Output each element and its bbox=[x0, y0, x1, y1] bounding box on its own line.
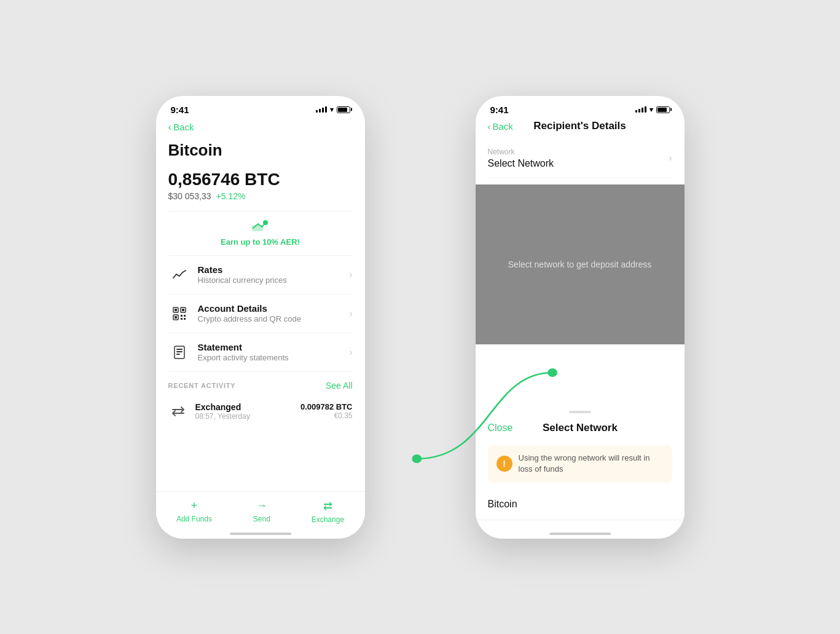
left-nav: ‹ Back bbox=[156, 119, 365, 138]
svg-rect-13 bbox=[176, 349, 183, 350]
right-status-bar: 9:41 ▾ bbox=[476, 96, 685, 119]
balance-change: +5.12% bbox=[216, 191, 246, 201]
right-time: 9:41 bbox=[490, 105, 509, 115]
wifi-icon: ▾ bbox=[330, 106, 334, 114]
right-battery-icon bbox=[656, 106, 670, 113]
network-label: Network bbox=[488, 148, 554, 156]
balance-section: 0,856746 BTC $30 053,33 +5.12% bbox=[156, 166, 365, 211]
warning-icon: ! bbox=[497, 456, 512, 472]
home-indicator bbox=[230, 533, 291, 535]
activity-time: 08:57, Yesterday bbox=[195, 412, 300, 421]
svg-rect-5 bbox=[182, 309, 184, 311]
left-phone: 9:41 ▾ ‹ Bac bbox=[156, 96, 365, 539]
right-signal-icon bbox=[635, 106, 646, 113]
back-label: Back bbox=[173, 122, 194, 132]
account-details-menu-item[interactable]: Account Details Crypto address and QR co… bbox=[168, 295, 353, 333]
right-page-title: Recipient's Details bbox=[533, 120, 626, 132]
sheet-close-button[interactable]: Close bbox=[488, 422, 513, 434]
right-wifi-icon: ▾ bbox=[650, 106, 653, 114]
right-home-indicator bbox=[549, 533, 611, 535]
menu-list: Rates Historical currency prices › bbox=[156, 256, 365, 372]
add-funds-icon: + bbox=[191, 499, 198, 512]
add-funds-button[interactable]: + Add Funds bbox=[176, 499, 212, 523]
signal-icon bbox=[316, 106, 327, 113]
rates-subtitle: Historical currency prices bbox=[198, 275, 350, 285]
svg-point-16 bbox=[412, 454, 422, 463]
rates-menu-item[interactable]: Rates Historical currency prices › bbox=[168, 256, 353, 295]
exchange-icon bbox=[168, 402, 188, 421]
network-chevron: › bbox=[669, 153, 672, 164]
battery-icon bbox=[337, 106, 350, 113]
back-chevron-icon: ‹ bbox=[168, 121, 172, 133]
gray-deposit-area: Select network to get deposit address bbox=[476, 184, 685, 344]
account-details-title: Account Details bbox=[198, 303, 350, 314]
send-label: Send bbox=[253, 515, 270, 523]
svg-point-1 bbox=[263, 220, 268, 225]
svg-rect-7 bbox=[175, 316, 177, 319]
bitcoin-network-option[interactable]: Bitcoin bbox=[476, 489, 685, 520]
right-back-button[interactable]: ‹ Back bbox=[488, 121, 513, 132]
left-time: 9:41 bbox=[171, 105, 189, 115]
add-funds-label: Add Funds bbox=[176, 515, 212, 523]
qr-icon bbox=[168, 303, 190, 325]
balance-fiat-row: $30 053,33 +5.12% bbox=[168, 191, 353, 201]
sheet-title: Select Network bbox=[543, 422, 618, 434]
exchange-label: Exchange bbox=[312, 515, 344, 524]
right-nav: ‹ Back Recipient's Details bbox=[476, 119, 685, 139]
svg-rect-10 bbox=[181, 318, 183, 320]
account-details-chevron: › bbox=[349, 308, 352, 319]
svg-rect-8 bbox=[181, 315, 183, 317]
gray-deposit-text: Select network to get deposit address bbox=[508, 260, 651, 269]
activity-item: Exchanged 08:57, Yesterday 0.009782 BTC … bbox=[156, 395, 365, 427]
recent-header: RECENT ACTIVITY See All bbox=[156, 372, 365, 395]
activity-text: Exchanged 08:57, Yesterday bbox=[195, 402, 300, 421]
statement-text: Statement Export activity statements bbox=[198, 342, 350, 362]
see-all-button[interactable]: See All bbox=[326, 381, 353, 390]
warning-text: Using the wrong network will result in l… bbox=[519, 453, 664, 475]
right-back-label: Back bbox=[493, 121, 513, 132]
network-value: Select Network bbox=[488, 158, 554, 169]
statement-title: Statement bbox=[198, 342, 350, 352]
scene: 9:41 ▾ ‹ Bac bbox=[0, 0, 840, 634]
bottom-sheet: Close Select Network ! Using the wrong n… bbox=[476, 405, 685, 538]
fiat-value: $30 053,33 bbox=[168, 191, 211, 201]
sheet-header: Close Select Network bbox=[476, 413, 685, 443]
left-status-icons: ▾ bbox=[316, 106, 350, 114]
svg-rect-11 bbox=[184, 318, 186, 320]
rates-chevron: › bbox=[349, 269, 352, 280]
earn-text: Earn up to 10% AER! bbox=[221, 237, 300, 247]
left-status-bar: 9:41 ▾ bbox=[156, 96, 365, 119]
warning-banner: ! Using the wrong network will result in… bbox=[488, 445, 672, 482]
bottom-toolbar: + Add Funds → Send ⇄ Exchange bbox=[156, 491, 365, 539]
activity-amount: 0.009782 BTC €0.35 bbox=[300, 402, 353, 420]
account-details-text: Account Details Crypto address and QR co… bbox=[198, 303, 350, 323]
svg-rect-3 bbox=[175, 309, 177, 311]
statement-menu-item[interactable]: Statement Export activity statements › bbox=[168, 333, 353, 372]
balance-amount: 0,856746 BTC bbox=[168, 170, 353, 189]
right-back-chevron: ‹ bbox=[488, 121, 491, 132]
activity-title: Exchanged bbox=[195, 402, 300, 412]
rates-text: Rates Historical currency prices bbox=[198, 264, 350, 285]
statement-subtitle: Export activity statements bbox=[198, 353, 350, 362]
statement-icon bbox=[168, 341, 190, 363]
svg-rect-9 bbox=[184, 315, 186, 317]
back-button[interactable]: ‹ Back bbox=[168, 121, 353, 133]
network-select-row[interactable]: Network Select Network › bbox=[488, 139, 672, 178]
exchange-icon: ⇄ bbox=[323, 499, 332, 513]
right-phone: 9:41 ▾ ‹ Bac bbox=[476, 96, 685, 539]
earn-icon bbox=[252, 220, 269, 236]
rates-icon bbox=[168, 264, 190, 286]
send-icon: → bbox=[256, 499, 267, 512]
statement-chevron: › bbox=[349, 347, 352, 358]
svg-rect-14 bbox=[176, 351, 183, 352]
phones-container: 9:41 ▾ ‹ Bac bbox=[156, 96, 685, 539]
rates-title: Rates bbox=[198, 264, 350, 275]
page-title: Bitcoin bbox=[156, 138, 365, 166]
activity-crypto: 0.009782 BTC bbox=[300, 402, 353, 411]
earn-banner: Earn up to 10% AER! bbox=[156, 212, 365, 255]
exchange-button[interactable]: ⇄ Exchange bbox=[312, 499, 344, 524]
account-details-subtitle: Crypto address and QR code bbox=[198, 314, 350, 323]
right-status-icons: ▾ bbox=[635, 106, 670, 114]
activity-fiat: €0.35 bbox=[300, 411, 353, 420]
send-button[interactable]: → Send bbox=[253, 499, 270, 523]
